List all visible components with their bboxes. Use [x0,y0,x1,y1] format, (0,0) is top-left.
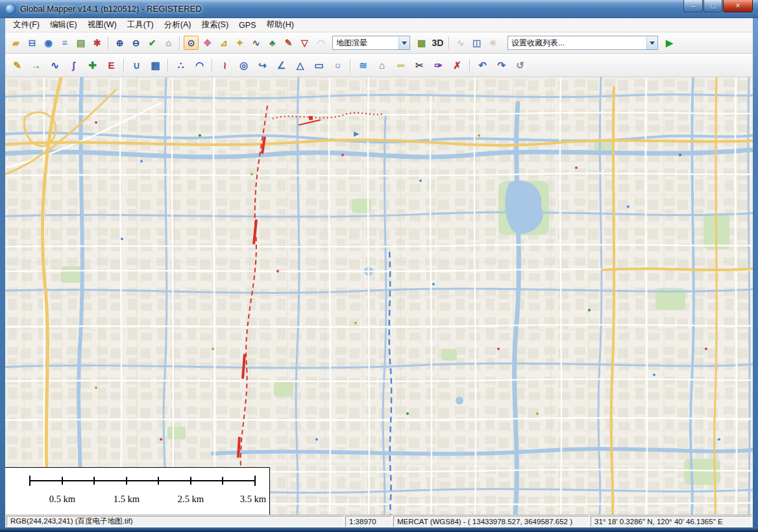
title-bar[interactable]: Global Mapper v14.1 (b120512) - REGISTER… [0,0,758,18]
profile-path-button[interactable]: ∿ [453,36,468,50]
menu-item-tools[interactable]: 工具(T) [122,18,159,32]
snap-to-edge-button[interactable]: E [103,56,120,74]
image-swipe-icon: ✳ [489,38,497,47]
create-area-button[interactable]: △ [291,56,309,74]
zoom-tool-icon: ⊙ [188,38,195,47]
create-road-button[interactable]: ═ [392,56,410,74]
feature-info-tool-button[interactable]: ✦ [232,36,247,50]
toolbar-file: ▰⊟◉≡▤✱⊕⊖✔⌂⊙✥⊿✦∿♣✎▽◠ 地图渲晕 ▩3D∿◫✳ 设置收藏列表..… [5,32,753,54]
create-range-rings-icon: ◎ [239,60,248,70]
create-route-button[interactable]: ↪ [254,56,271,74]
menu-item-edit[interactable]: 编辑(E) [45,18,82,32]
favorites-dropdown-button[interactable] [646,36,657,49]
create-rectangle-button[interactable]: ▭ [310,56,328,74]
toolbar-separator [448,36,450,49]
status-bar: RGB(244,243,241) (百度电子地图.tif)1:38970MERC… [5,514,753,527]
move-feature-button[interactable]: → [27,56,45,74]
toolbar-separator [167,59,169,72]
redo-edit-button[interactable]: ↷ [493,56,510,74]
menu-item-analysis[interactable]: 分析(A) [159,18,197,32]
delete-feature-button[interactable]: ✗ [448,56,466,74]
view-3d-button[interactable]: 3D [430,36,445,50]
zoom-out-button[interactable]: ⊖ [128,36,143,50]
snap-to-edge-icon: E [108,60,114,70]
terrain-shader-options-icon: ▩ [417,38,426,47]
create-circle-button[interactable]: ○ [329,56,347,74]
menu-item-gps[interactable]: GPS [234,19,261,31]
map-area[interactable]: 0.5 km1.5 km2.5 km3.5 km [5,77,753,514]
maximize-icon: □ [711,2,715,10]
undo-edit-button[interactable]: ↶ [474,56,491,74]
create-building-button[interactable]: ⌂ [373,56,391,74]
map-view-filter-button[interactable]: ▽ [297,36,312,50]
menu-item-file[interactable]: 文件(F) [8,18,45,32]
window-controls: – □ × [683,0,753,12]
create-grid-button[interactable]: ▦ [147,56,164,74]
shader-dropdown-button[interactable] [398,36,410,49]
minimize-button[interactable]: – [683,0,703,12]
edit-features-button[interactable]: ✎ [8,56,26,74]
create-point-button[interactable]: ∴ [172,56,190,74]
favorites-dropdown[interactable]: 设置收藏列表... [507,36,658,50]
overlay-control-center-button[interactable]: ✔ [145,36,160,50]
close-icon: × [735,1,740,10]
combine-areas-button[interactable]: ∪ [128,56,145,74]
toolbar-separator [350,59,351,72]
create-point-icon: ∴ [178,60,184,70]
create-river-button[interactable]: ≋ [354,56,372,74]
maximize-button[interactable]: □ [703,0,722,12]
measure-feature-button[interactable]: ∠ [273,56,290,74]
fly-through-icon: ◫ [472,38,481,47]
run-favorite-button[interactable]: ▶ [662,36,677,50]
menu-item-help[interactable]: 帮助(H) [261,18,299,32]
create-road-icon: ═ [397,60,404,70]
toolbar-digitizer-row: ✎→∿∫✚E∪▦∴◠≀◎↪∠△▭○≋⌂═✂✑✗↶↷↺ [5,54,753,77]
chevron-down-icon [650,42,655,45]
toolbar-run-group: ▶ [661,36,678,50]
toolbar-separator [108,36,109,49]
open-online-data-button[interactable]: ◉ [41,36,56,50]
chevron-down-icon [402,42,407,45]
image-swipe-button[interactable]: ✳ [485,36,500,50]
terrain-shader-options-button[interactable]: ▩ [414,36,429,50]
map-canvas[interactable] [5,77,753,514]
close-button[interactable]: × [723,0,753,12]
menu-item-search[interactable]: 搜索(S) [196,18,234,32]
open-file-icon: ▰ [12,38,19,47]
path-profile-tool-button[interactable]: ∿ [249,36,263,50]
create-spline-button[interactable]: ∫ [65,56,82,74]
view-shed-tool-button[interactable]: ♣ [265,36,280,50]
create-fault-line-button[interactable]: ≀ [216,56,234,74]
cut-areas-button[interactable]: ✂ [411,56,428,74]
zoom-in-button[interactable]: ⊕ [112,36,127,50]
create-range-rings-button[interactable]: ◎ [235,56,252,74]
profile-path-icon: ∿ [457,38,465,47]
insert-vertex-button[interactable]: ✚ [84,56,101,74]
shader-dropdown[interactable]: 地图渲晕 [332,36,410,50]
digitizer-tool-icon: ✎ [285,38,293,47]
digitizer-tool-button[interactable]: ✎ [281,36,296,50]
create-arc-button[interactable]: ◠ [191,56,208,74]
pan-tool-button[interactable]: ✥ [200,36,215,50]
configuration-button[interactable]: ✱ [90,36,104,50]
create-rectangle-icon: ▭ [314,60,323,70]
create-spline-icon: ∫ [72,60,75,70]
map-layout-button[interactable]: ▤ [73,36,88,50]
save-workspace-button[interactable]: ⊟ [25,36,40,50]
measure-tool-button[interactable]: ⊿ [216,36,231,50]
window-title: Global Mapper v14.1 (b120512) - REGISTER… [20,4,202,14]
revert-edits-button[interactable]: ↺ [511,56,529,74]
style-brush-button[interactable]: ✑ [430,56,447,74]
show-metadata-button[interactable]: ≡ [57,36,72,50]
zoom-full-extent-button[interactable]: ⌂ [161,36,176,50]
style-brush-icon: ✑ [434,60,443,70]
fly-through-button[interactable]: ◫ [469,36,484,50]
create-river-icon: ≋ [359,60,367,70]
open-file-button[interactable]: ▰ [8,36,23,50]
no-selection-tool-button[interactable]: ◠ [313,36,328,50]
menu-item-view[interactable]: 视图(W) [82,18,122,32]
create-line-button[interactable]: ∿ [46,56,64,74]
zoom-tool-button[interactable]: ⊙ [184,36,199,50]
toolbar-separator [179,36,180,49]
shader-dropdown-value: 地图渲晕 [333,38,398,49]
